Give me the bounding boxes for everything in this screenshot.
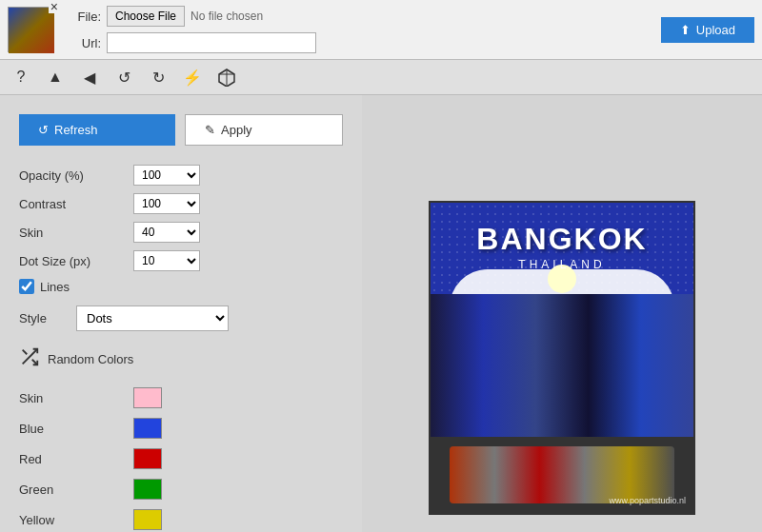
thumbnail-container: × [8, 7, 53, 52]
contrast-row: Contrast 100 90 80 [19, 193, 343, 214]
main-content: ↺ Refresh ✎ Apply Opacity (%) 100 90 80 … [0, 95, 762, 532]
skin-label: Skin [19, 226, 133, 240]
color-row-skin: Skin [19, 387, 343, 408]
bangkok-poster: BANGKOK THAILAND www.popartstudio.nl [429, 201, 695, 515]
skin-row: Skin 40 30 50 60 [19, 222, 343, 243]
color-red-swatch[interactable] [133, 448, 162, 469]
style-row: Style Dots Lines Squares Diamonds [19, 305, 343, 331]
cube-icon[interactable] [213, 64, 240, 90]
action-buttons: ↺ Refresh ✎ Apply [19, 114, 343, 146]
apply-button[interactable]: ✎ Apply [185, 114, 343, 146]
undo-icon[interactable]: ↺ [110, 64, 137, 90]
contrast-select[interactable]: 100 90 80 [133, 193, 200, 214]
watermark: www.popartstudio.nl [609, 496, 686, 505]
choose-file-button[interactable]: Choose File [107, 6, 185, 27]
poster-cars [450, 446, 674, 503]
upload-button[interactable]: ⬆ Upload [661, 17, 754, 43]
dot-size-label: Dot Size (px) [19, 254, 133, 268]
poster-title: BANGKOK [431, 222, 693, 257]
poster-buildings [431, 294, 693, 437]
dot-size-row: Dot Size (px) 10 8 6 12 [19, 250, 343, 271]
url-row: Url: [63, 32, 652, 53]
opacity-label: Opacity (%) [19, 168, 133, 183]
color-blue-swatch[interactable] [133, 418, 162, 439]
triangle-icon[interactable]: ▲ [42, 64, 69, 90]
close-button[interactable]: × [49, 0, 60, 13]
random-colors-label: Random Colors [48, 352, 133, 366]
preview-wrapper: BANGKOK THAILAND www.popartstudio.nl [429, 201, 695, 515]
thumbnail-image [9, 8, 54, 53]
refresh-icon: ↺ [38, 123, 49, 137]
file-row: File: Choose File No file chosen [63, 6, 652, 27]
random-colors-row[interactable]: Random Colors [19, 346, 343, 372]
lines-row: Lines [19, 279, 343, 294]
poster-subtitle: THAILAND [431, 258, 693, 271]
dot-size-select[interactable]: 10 8 6 12 [133, 250, 200, 271]
color-yellow-swatch[interactable] [133, 509, 162, 530]
question-icon[interactable]: ? [8, 64, 34, 90]
toolbar: ? ▲ ◀ ↺ ↻ ⚡ [0, 60, 762, 95]
top-bar: × File: Choose File No file chosen Url: … [0, 0, 762, 60]
shuffle-icon [19, 346, 40, 372]
url-input[interactable] [107, 32, 316, 53]
color-row-yellow: Yellow [19, 509, 343, 530]
controls-panel: ↺ Refresh ✎ Apply Opacity (%) 100 90 80 … [0, 95, 362, 532]
color-row-red: Red [19, 448, 343, 469]
file-label: File: [63, 10, 101, 24]
refresh-button[interactable]: ↺ Refresh [19, 114, 175, 146]
style-select[interactable]: Dots Lines Squares Diamonds [76, 305, 229, 331]
no-file-text: No file chosen [190, 10, 263, 23]
color-green-label: Green [19, 483, 133, 497]
file-area: File: Choose File No file chosen Url: [63, 6, 652, 53]
preview-panel: BANGKOK THAILAND www.popartstudio.nl [362, 95, 762, 532]
skin-select[interactable]: 40 30 50 60 [133, 222, 200, 243]
color-skin-swatch[interactable] [133, 387, 162, 408]
redo-icon[interactable]: ↻ [145, 64, 171, 90]
apply-icon: ✎ [205, 123, 215, 137]
color-skin-label: Skin [19, 391, 133, 405]
style-label: Style [19, 311, 76, 325]
color-blue-label: Blue [19, 422, 133, 436]
opacity-row: Opacity (%) 100 90 80 70 [19, 165, 343, 186]
color-green-swatch[interactable] [133, 479, 162, 500]
lines-checkbox[interactable] [19, 279, 34, 294]
svg-line-5 [23, 350, 28, 355]
color-red-label: Red [19, 452, 133, 466]
url-label: Url: [63, 36, 101, 50]
poster-background: BANGKOK THAILAND www.popartstudio.nl [431, 203, 693, 513]
upload-label: Upload [696, 23, 735, 37]
contrast-label: Contrast [19, 197, 133, 211]
play-back-icon[interactable]: ◀ [76, 64, 103, 90]
lines-label: Lines [40, 280, 70, 294]
apply-label: Apply [221, 123, 252, 137]
opacity-select[interactable]: 100 90 80 70 [133, 165, 200, 186]
color-row-blue: Blue [19, 418, 343, 439]
upload-icon: ⬆ [680, 23, 691, 37]
refresh-label: Refresh [54, 123, 98, 137]
color-row-green: Green [19, 479, 343, 500]
lightning-icon[interactable]: ⚡ [179, 64, 206, 90]
color-yellow-label: Yellow [19, 513, 133, 527]
